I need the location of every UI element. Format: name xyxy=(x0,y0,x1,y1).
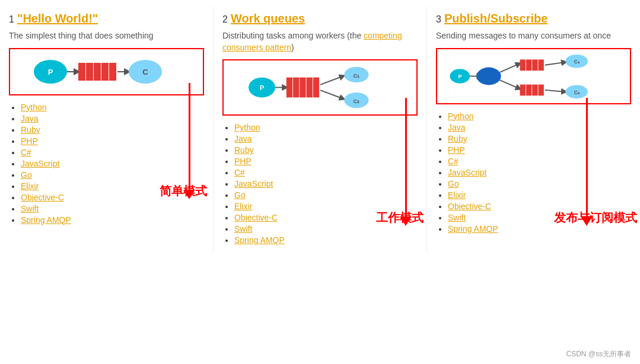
lang-link-python-2[interactable]: Python xyxy=(234,123,260,132)
diagram-2: P C₁ C₂ xyxy=(222,59,418,116)
arrow-1 xyxy=(183,83,195,199)
section-title-2[interactable]: Work queues xyxy=(231,12,305,25)
arrow-3 xyxy=(581,98,593,226)
list-item: Elixir xyxy=(448,190,631,200)
list-item: Swift xyxy=(21,204,204,213)
lang-list-2: Python Java Ruby PHP C# JavaScript Go El… xyxy=(222,123,418,245)
list-item: Python xyxy=(448,111,631,121)
svg-text:C₂: C₂ xyxy=(353,98,359,104)
list-item: Go xyxy=(21,170,204,180)
svg-rect-17 xyxy=(306,78,312,98)
section-header-1: 1 "Hello World!" xyxy=(9,12,204,25)
lang-link-swift-2[interactable]: Swift xyxy=(234,224,252,234)
section-number-3: 3 xyxy=(436,14,441,25)
lang-link-go-3[interactable]: Go xyxy=(448,179,459,189)
column-1: 1 "Hello World!" The simplest thing that… xyxy=(0,6,214,253)
page-container: 1 "Hello World!" The simplest thing that… xyxy=(0,0,640,258)
footer: CSDN @ss无所事者 xyxy=(566,349,631,359)
lang-link-objc-3[interactable]: Objective-C xyxy=(448,202,491,211)
svg-rect-31 xyxy=(520,59,525,71)
list-item: Java xyxy=(21,114,204,123)
lang-link-elixir-2[interactable]: Elixir xyxy=(234,202,252,211)
svg-rect-36 xyxy=(526,84,531,95)
diagram-svg-1: P C xyxy=(30,54,184,90)
column-3: 3 Publish/Subscribe Sending messages to … xyxy=(427,6,640,253)
lang-link-python-1[interactable]: Python xyxy=(21,103,47,112)
lang-link-java-3[interactable]: Java xyxy=(448,123,466,132)
svg-rect-7 xyxy=(109,63,116,81)
lang-link-python-3[interactable]: Python xyxy=(448,111,474,121)
lang-link-go-2[interactable]: Go xyxy=(234,190,246,200)
list-item: PHP xyxy=(21,136,204,146)
column-2: 2 Work queues Distributing tasks among w… xyxy=(214,6,427,253)
lang-link-spring-3[interactable]: Spring AMQP xyxy=(448,224,498,234)
diagram-svg-2: P C₁ C₂ xyxy=(243,65,397,110)
lang-link-swift-1[interactable]: Swift xyxy=(21,204,39,213)
arrow-2 xyxy=(400,98,412,226)
lang-link-elixir-1[interactable]: Elixir xyxy=(21,181,39,191)
lang-link-php-3[interactable]: PHP xyxy=(448,145,465,155)
list-item: JavaScript xyxy=(21,159,204,168)
lang-link-php-1[interactable]: PHP xyxy=(21,136,38,146)
svg-rect-38 xyxy=(538,84,543,95)
annotation-1: 简单模式 xyxy=(160,183,207,199)
section-header-3: 3 Publish/Subscribe xyxy=(436,12,631,25)
svg-rect-15 xyxy=(293,78,299,98)
list-item: PHP xyxy=(234,157,418,166)
list-item: Spring AMQP xyxy=(234,235,418,245)
lang-link-ruby-2[interactable]: Ruby xyxy=(234,145,254,155)
svg-rect-32 xyxy=(526,59,531,71)
list-item: C# xyxy=(21,148,204,157)
section-desc-3: Sending messages to many consumers at on… xyxy=(436,30,631,42)
lang-link-csharp-2[interactable]: C# xyxy=(234,168,245,177)
lang-link-ruby-3[interactable]: Ruby xyxy=(448,134,467,143)
section-number-2: 2 xyxy=(222,14,228,25)
section-desc-2: Distributing tasks among workers (the co… xyxy=(222,30,418,53)
lang-link-java-2[interactable]: Java xyxy=(234,134,252,143)
section-title-1[interactable]: "Hello World!" xyxy=(17,12,98,25)
lang-link-csharp-3[interactable]: C# xyxy=(448,157,458,166)
svg-text:C₁: C₁ xyxy=(353,73,359,79)
lang-link-js-2[interactable]: JavaScript xyxy=(234,179,273,189)
lang-link-php-2[interactable]: PHP xyxy=(234,157,251,166)
svg-line-20 xyxy=(320,90,343,98)
svg-rect-35 xyxy=(520,84,525,95)
list-item: Python xyxy=(234,123,418,132)
svg-point-28 xyxy=(476,67,501,85)
lang-link-objc-1[interactable]: Objective-C xyxy=(21,193,64,202)
lang-link-objc-2[interactable]: Objective-C xyxy=(234,213,278,222)
lang-link-csharp-1[interactable]: C# xyxy=(21,148,31,157)
section-title-3[interactable]: Publish/Subscribe xyxy=(444,12,547,25)
lang-link-js-1[interactable]: JavaScript xyxy=(21,159,59,168)
svg-rect-34 xyxy=(538,59,543,71)
diagram-svg-3: P xyxy=(445,54,623,98)
svg-rect-6 xyxy=(101,63,109,81)
lang-link-ruby-1[interactable]: Ruby xyxy=(21,125,40,135)
list-item: Java xyxy=(234,134,418,143)
list-item: PHP xyxy=(448,145,631,155)
list-item: C# xyxy=(448,157,631,166)
lang-link-go-1[interactable]: Go xyxy=(21,170,32,180)
list-item: Ruby xyxy=(234,145,418,155)
svg-text:P: P xyxy=(458,74,461,79)
list-item: Go xyxy=(234,190,418,200)
lang-link-js-3[interactable]: JavaScript xyxy=(448,168,486,177)
svg-rect-14 xyxy=(286,78,292,98)
svg-rect-16 xyxy=(300,78,305,98)
svg-rect-3 xyxy=(78,63,85,81)
lang-link-spring-2[interactable]: Spring AMQP xyxy=(234,235,285,245)
list-item: JavaScript xyxy=(234,179,418,189)
svg-line-39 xyxy=(545,62,564,65)
lang-link-spring-1[interactable]: Spring AMQP xyxy=(21,215,71,225)
competing-consumers-link[interactable]: competing consumers pattern xyxy=(222,31,402,52)
lang-link-java-1[interactable]: Java xyxy=(21,114,39,123)
list-item: Spring AMQP xyxy=(21,215,204,225)
lang-link-swift-3[interactable]: Swift xyxy=(448,213,466,222)
svg-rect-4 xyxy=(86,63,93,81)
lang-list-1: Python Java Ruby PHP C# JavaScript Go El… xyxy=(9,103,204,225)
list-item: Java xyxy=(448,123,631,132)
lang-link-elixir-3[interactable]: Elixir xyxy=(448,190,466,200)
svg-text:C₁: C₁ xyxy=(574,59,579,65)
svg-rect-33 xyxy=(532,59,537,71)
list-item: Objective-C xyxy=(448,202,631,211)
